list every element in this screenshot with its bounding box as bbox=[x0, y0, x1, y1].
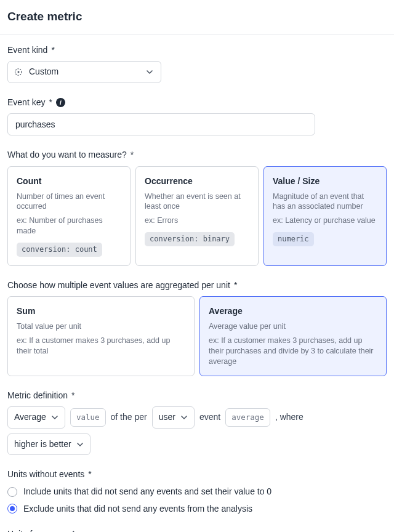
radio-icon-selected bbox=[7, 504, 17, 514]
event-key-input[interactable] bbox=[7, 113, 315, 135]
card-sub: Whether an event is seen at least once bbox=[145, 191, 249, 212]
event-kind-label: Event kind bbox=[7, 44, 47, 57]
card-chip: conversion: count bbox=[17, 243, 102, 257]
radio-label: Include units that did not send any even… bbox=[23, 486, 271, 498]
card-title: Occurrence bbox=[145, 175, 249, 188]
card-chip: numeric bbox=[273, 232, 314, 246]
event-kind-select[interactable]: Custom bbox=[7, 61, 161, 83]
measure-option-occurrence[interactable]: Occurrence Whether an event is seen at l… bbox=[135, 166, 259, 266]
definition-text: of the per bbox=[111, 411, 147, 424]
chevron-down-icon bbox=[76, 441, 84, 448]
card-chip: conversion: binary bbox=[145, 232, 235, 246]
units-without-label: Units without events bbox=[7, 469, 84, 481]
card-title: Count bbox=[17, 175, 121, 188]
chevron-down-icon bbox=[180, 414, 188, 421]
card-example: ex: Errors bbox=[145, 216, 249, 226]
radio-label: Exclude units that did not send any even… bbox=[23, 503, 252, 515]
required-mark: * bbox=[71, 390, 74, 402]
event-kind-value: Custom bbox=[29, 66, 58, 78]
card-example: ex: If a customer makes 3 purchases, add… bbox=[17, 336, 185, 357]
definition-value-chip: value bbox=[70, 408, 106, 427]
definition-unit-value: user bbox=[159, 411, 175, 424]
uom-label: Unit of measure bbox=[7, 528, 68, 532]
definition-text: event bbox=[199, 411, 220, 424]
page-title: Create metric bbox=[7, 9, 387, 25]
required-mark: * bbox=[88, 469, 91, 481]
definition-avg-chip: average bbox=[225, 408, 270, 427]
units-without-option-exclude[interactable]: Exclude units that did not send any even… bbox=[7, 503, 387, 515]
card-example: ex: If a customer makes 3 purchases, add… bbox=[209, 336, 377, 367]
definition-direction-select[interactable]: higher is better bbox=[7, 433, 90, 456]
measure-option-count[interactable]: Count Number of times an event occurred … bbox=[7, 166, 131, 266]
definition-agg-value: Average bbox=[14, 411, 46, 424]
required-mark: * bbox=[72, 528, 75, 532]
radio-icon bbox=[7, 487, 17, 497]
card-example: ex: Latency or purchase value bbox=[273, 216, 377, 226]
card-title: Value / Size bbox=[273, 175, 377, 188]
event-key-label: Event key bbox=[7, 97, 45, 109]
units-without-option-include[interactable]: Include units that did not send any even… bbox=[7, 486, 387, 498]
aggregate-label: Choose how multiple event values are agg… bbox=[7, 280, 230, 292]
card-example: ex: Number of purchases made bbox=[17, 216, 121, 236]
card-sub: Magnitude of an event that has an associ… bbox=[273, 191, 377, 212]
required-mark: * bbox=[49, 97, 52, 109]
card-sub: Total value per unit bbox=[17, 321, 185, 332]
definition-unit-select[interactable]: user bbox=[152, 406, 195, 429]
card-sub: Number of times an event occurred bbox=[17, 191, 121, 212]
definition-label: Metric definition bbox=[7, 390, 68, 402]
definition-direction-value: higher is better bbox=[14, 438, 71, 451]
custom-icon bbox=[14, 68, 23, 76]
definition-text: , where bbox=[275, 411, 304, 424]
required-mark: * bbox=[131, 149, 134, 161]
aggregate-option-sum[interactable]: Sum Total value per unit ex: If a custom… bbox=[7, 296, 195, 376]
card-title: Average bbox=[209, 305, 377, 318]
card-title: Sum bbox=[17, 305, 185, 318]
svg-point-1 bbox=[18, 71, 20, 73]
aggregate-option-average[interactable]: Average Average value per unit ex: If a … bbox=[199, 296, 387, 376]
measure-option-value-size[interactable]: Value / Size Magnitude of an event that … bbox=[263, 166, 387, 266]
definition-agg-select[interactable]: Average bbox=[7, 406, 65, 429]
chevron-down-icon bbox=[51, 414, 58, 421]
chevron-down-icon bbox=[146, 68, 153, 76]
card-sub: Average value per unit bbox=[209, 321, 377, 332]
measure-label: What do you want to measure? bbox=[7, 149, 127, 161]
required-mark: * bbox=[234, 280, 237, 292]
info-icon[interactable]: i bbox=[56, 98, 65, 107]
required-mark: * bbox=[51, 44, 54, 57]
